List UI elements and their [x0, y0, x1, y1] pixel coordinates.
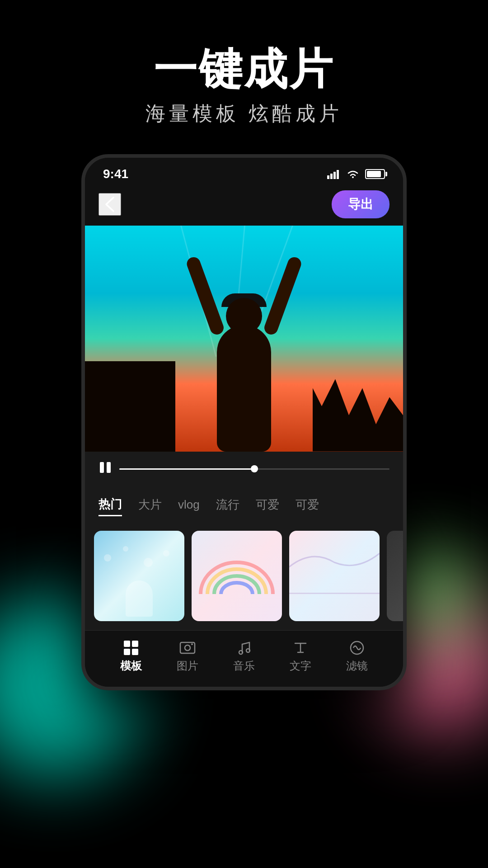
- svg-rect-4: [100, 462, 104, 473]
- tab-popular[interactable]: 流行: [216, 494, 239, 515]
- svg-point-20: [191, 643, 193, 645]
- svg-point-7: [123, 546, 128, 552]
- pause-button[interactable]: [99, 461, 112, 477]
- playback-bar: [85, 452, 403, 486]
- nav-label-photo: 图片: [177, 659, 198, 673]
- template-thumb-1[interactable]: [94, 531, 184, 621]
- signal-icon: [327, 169, 341, 179]
- top-bar: 导出: [85, 186, 403, 226]
- nav-item-photo[interactable]: 图片: [177, 640, 198, 673]
- sub-title: 海量模板 炫酷成片: [0, 100, 488, 127]
- crowd-left: [85, 361, 175, 452]
- status-bar: 9:41: [85, 158, 403, 186]
- svg-point-9: [163, 550, 169, 557]
- person-silhouette: [199, 262, 289, 452]
- battery-icon: [365, 169, 385, 179]
- export-button[interactable]: 导出: [332, 190, 389, 218]
- category-tabs: 热门 大片 vlog 流行 可爱 可爱: [85, 486, 403, 524]
- nav-label-music: 音乐: [233, 659, 255, 673]
- bottom-nav: 模板 图片 音乐: [85, 630, 403, 687]
- video-area: [85, 226, 403, 452]
- tab-cute1[interactable]: 可爱: [256, 494, 279, 515]
- progress-thumb: [251, 465, 258, 472]
- header-section: 一键成片 海量模板 炫酷成片: [0, 0, 488, 154]
- thumb-decoration-3: [289, 593, 380, 594]
- svg-point-6: [104, 554, 111, 561]
- svg-rect-14: [124, 641, 130, 647]
- template-thumb-4[interactable]: [387, 531, 403, 621]
- tab-cute2[interactable]: 可爱: [296, 494, 319, 515]
- nav-item-filter[interactable]: 滤镜: [346, 640, 368, 673]
- svg-point-21: [239, 651, 243, 654]
- progress-track[interactable]: [119, 468, 389, 470]
- svg-rect-16: [124, 649, 130, 655]
- nav-item-template[interactable]: 模板: [120, 640, 142, 673]
- svg-rect-1: [330, 174, 333, 179]
- person-body: [217, 325, 271, 452]
- nav-item-music[interactable]: 音乐: [233, 640, 255, 673]
- svg-point-8: [144, 558, 153, 567]
- phone-mockup: 9:41: [81, 154, 407, 690]
- nav-label-template: 模板: [120, 659, 142, 673]
- template-thumb-2[interactable]: [192, 531, 282, 621]
- phone-wrapper: 9:41: [0, 154, 488, 690]
- nav-label-text: 文字: [290, 659, 311, 673]
- template-thumb-3[interactable]: [289, 531, 380, 621]
- svg-point-22: [246, 649, 250, 652]
- svg-rect-3: [337, 170, 339, 179]
- svg-rect-15: [132, 641, 138, 647]
- main-title: 一键成片: [0, 45, 488, 93]
- progress-fill: [119, 468, 254, 470]
- status-time: 9:41: [103, 167, 128, 181]
- svg-point-10: [201, 562, 273, 594]
- nav-item-text[interactable]: 文字: [290, 640, 311, 673]
- tab-hot[interactable]: 热门: [99, 494, 122, 516]
- nav-label-filter: 滤镜: [346, 659, 368, 673]
- svg-rect-0: [327, 175, 329, 179]
- template-grid: [85, 524, 403, 630]
- svg-rect-2: [333, 172, 336, 179]
- tab-vlog[interactable]: vlog: [178, 495, 200, 514]
- svg-rect-17: [132, 649, 138, 655]
- svg-point-19: [185, 645, 190, 651]
- back-button[interactable]: [99, 193, 121, 216]
- status-icons: [327, 169, 385, 179]
- wifi-icon: [346, 169, 360, 179]
- svg-rect-5: [107, 462, 111, 473]
- svg-point-13: [221, 583, 253, 594]
- tab-movie[interactable]: 大片: [138, 494, 162, 515]
